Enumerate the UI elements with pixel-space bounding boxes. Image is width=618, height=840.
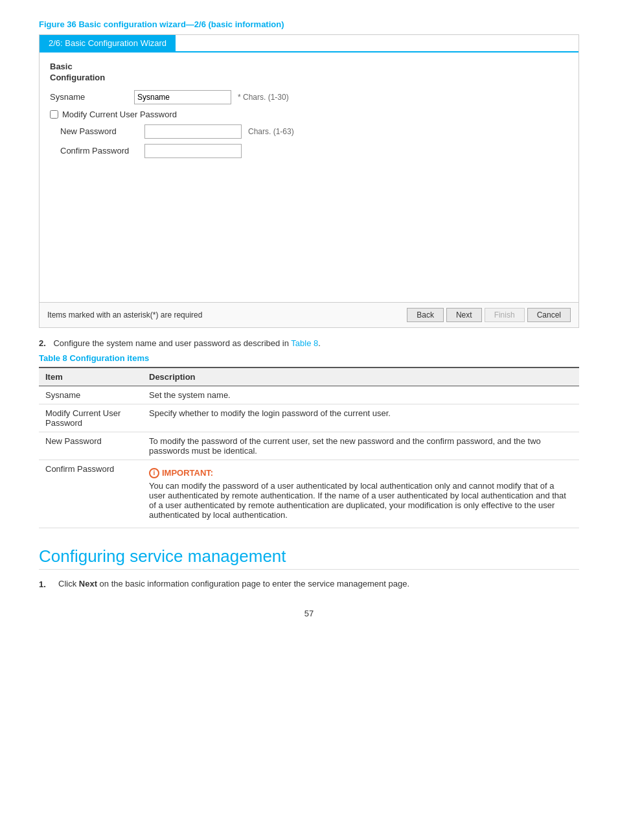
- table-caption: Table 8 Configuration items: [39, 353, 579, 363]
- service-step1-bold: Next: [79, 579, 97, 589]
- step2-text-after: .: [318, 338, 321, 348]
- confirm-password-input[interactable]: [144, 144, 242, 158]
- row4-item: Confirm Password: [39, 460, 143, 528]
- back-button[interactable]: Back: [407, 308, 444, 322]
- confirm-password-row: Confirm Password: [60, 144, 568, 158]
- confirm-password-label: Confirm Password: [60, 146, 144, 156]
- modify-password-label[interactable]: Modify Current User Password: [62, 110, 177, 119]
- wizard-tab: 2/6: Basic Configuration Wizard: [40, 35, 176, 51]
- row1-item: Sysname: [39, 386, 143, 404]
- new-password-hint: Chars. (1-63): [248, 127, 294, 136]
- new-password-input[interactable]: [144, 124, 242, 139]
- important-box: i IMPORTANT: You can modify the password…: [149, 468, 573, 520]
- wizard-footer: Items marked with an asterisk(*) are req…: [40, 302, 578, 327]
- page-number: 57: [39, 609, 579, 618]
- step2-link[interactable]: Table 8: [291, 338, 318, 348]
- config-table: Item Description Sysname Set the system …: [39, 367, 579, 528]
- important-body: You can modify the password of a user au…: [149, 481, 573, 520]
- col-desc-header: Description: [143, 368, 579, 386]
- figure-caption: Figure 36 Basic configuration wizard—2/6…: [39, 19, 579, 29]
- table-row: Sysname Set the system name.: [39, 386, 579, 404]
- wizard-title: Basic Configuration: [50, 62, 568, 84]
- row4-desc: i IMPORTANT: You can modify the password…: [143, 460, 579, 528]
- wizard-body: Basic Configuration Sysname * Chars. (1-…: [40, 51, 578, 302]
- wizard-box: 2/6: Basic Configuration Wizard Basic Co…: [39, 34, 579, 328]
- row2-desc: Specify whether to modify the login pass…: [143, 404, 579, 432]
- row3-desc: To modify the password of the current us…: [143, 432, 579, 460]
- next-button[interactable]: Next: [446, 308, 482, 322]
- service-step1-text: Click: [58, 579, 79, 589]
- important-text: IMPORTANT:: [162, 468, 213, 478]
- step2-number: 2.: [39, 338, 46, 348]
- new-password-label: New Password: [60, 126, 144, 136]
- col-item-header: Item: [39, 368, 143, 386]
- service-section-heading: Configuring service management: [39, 546, 579, 570]
- modify-password-row: Modify Current User Password: [50, 110, 568, 119]
- new-password-section: New Password Chars. (1-63) Confirm Passw…: [60, 124, 568, 158]
- service-step1-num: 1.: [39, 579, 58, 589]
- row3-item: New Password: [39, 432, 143, 460]
- sysname-hint: * Chars. (1-30): [238, 93, 289, 102]
- new-password-row: New Password Chars. (1-63): [60, 124, 568, 139]
- sysname-row: Sysname * Chars. (1-30): [50, 90, 568, 104]
- step2-row: 2. Configure the system name and user pa…: [39, 338, 579, 348]
- service-step1: 1. Click Next on the basic information c…: [39, 579, 579, 589]
- footer-note: Items marked with an asterisk(*) are req…: [47, 310, 202, 320]
- service-step1-content: Click Next on the basic information conf…: [58, 579, 409, 589]
- step2-text-before: Configure the system name and user passw…: [53, 338, 291, 348]
- important-icon: i: [149, 468, 159, 478]
- table-row: New Password To modify the password of t…: [39, 432, 579, 460]
- service-step1-text2: on the basic information configuration p…: [97, 579, 409, 589]
- important-label: i IMPORTANT:: [149, 468, 573, 478]
- finish-button[interactable]: Finish: [485, 308, 525, 322]
- sysname-label: Sysname: [50, 92, 134, 102]
- row2-item: Modify Current User Password: [39, 404, 143, 432]
- modify-password-checkbox[interactable]: [50, 110, 58, 119]
- table-row: Modify Current User Password Specify whe…: [39, 404, 579, 432]
- table-row: Confirm Password i IMPORTANT: You can mo…: [39, 460, 579, 528]
- sysname-input[interactable]: [134, 90, 231, 104]
- row1-desc: Set the system name.: [143, 386, 579, 404]
- footer-buttons: Back Next Finish Cancel: [407, 308, 571, 322]
- cancel-button[interactable]: Cancel: [527, 308, 571, 322]
